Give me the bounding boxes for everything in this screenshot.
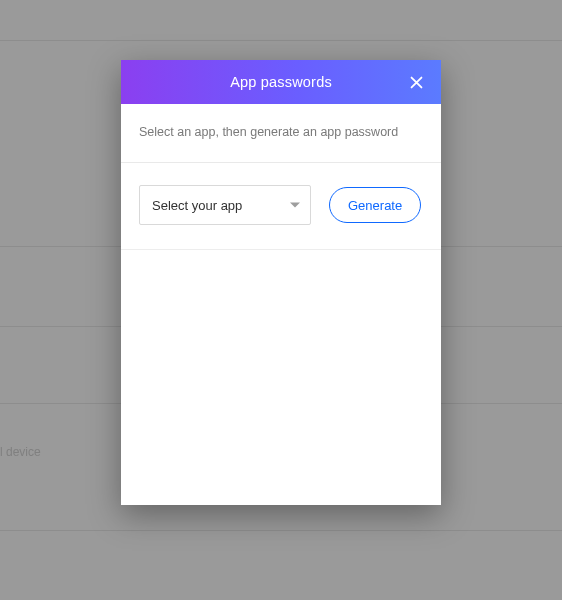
close-icon [408,74,425,91]
generate-button[interactable]: Generate [329,187,421,223]
modal-header: App passwords [121,60,441,104]
instructions-text: Select an app, then generate an app pass… [139,125,398,139]
modal-overlay: App passwords Select an app, then genera… [0,0,562,600]
app-passwords-modal: App passwords Select an app, then genera… [121,60,441,505]
app-select-label: Select your app [152,198,242,213]
app-select[interactable]: Select your app [139,185,311,225]
modal-title: App passwords [230,74,332,90]
controls-section: Select your app Generate [121,163,441,250]
modal-body [121,250,441,505]
close-button[interactable] [401,60,431,104]
instructions-section: Select an app, then generate an app pass… [121,104,441,163]
chevron-down-icon [290,203,300,208]
